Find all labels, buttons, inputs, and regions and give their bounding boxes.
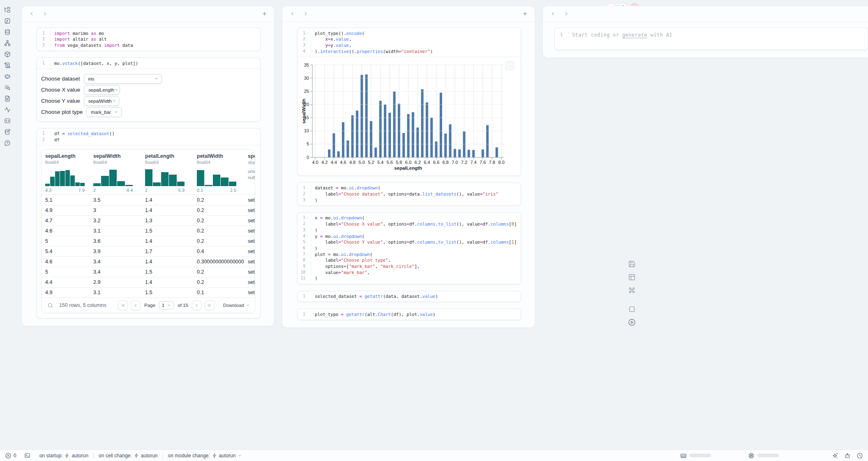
code-text[interactable]: df [50,137,260,143]
table-row[interactable]: 4.931.40.2setosa [42,205,255,215]
column-scroll-left-button[interactable] [27,9,37,19]
column-header-petalWidth[interactable]: petalWidthfloat640.12.5 [193,153,244,193]
code-text[interactable]: import altair as alt [50,36,260,42]
column-histogram[interactable] [45,168,85,186]
column-histogram[interactable] [145,168,185,186]
sidebar-dependency-graph-button[interactable] [4,40,11,46]
run-button[interactable] [627,317,637,327]
download-button[interactable]: Download [223,303,250,308]
dataset-select[interactable]: iris [84,74,162,84]
table-row[interactable]: 53.41.50.2setosa [42,267,255,277]
table-row[interactable]: 4.73.21.30.2setosa [42,215,255,226]
command-palette-button[interactable] [627,285,637,295]
sidebar-file-tree-button[interactable] [4,7,11,13]
code-text[interactable]: ) [311,275,521,281]
sidebar-documentation-button[interactable] [4,95,11,102]
code-editor[interactable]: 1df = selected_dataset()2df [37,129,260,145]
table-row[interactable]: 4.42.91.40.2setosa [42,277,255,287]
code-text[interactable]: plot_type().encode( [311,30,521,37]
error-indicator[interactable]: 0 [5,452,16,459]
table-row[interactable]: 4.63.11.50.2setosa [42,226,255,236]
plot-type-select[interactable]: mark_bar [86,107,122,117]
sidebar-packages-button[interactable] [4,51,11,58]
code-text[interactable]: ).interactive().properties(width="contai… [311,48,521,55]
column-header-species[interactable]: speciesobjectuniquenulls: [244,153,255,193]
code-text[interactable]: selected_dataset = getattr(data, dataset… [311,293,521,300]
frame-button[interactable] [627,304,637,314]
table-row[interactable]: 4.63.41.40.30000000000000004setosa [42,256,255,267]
column-histogram[interactable] [93,168,133,186]
runtime-status-button[interactable] [856,452,863,459]
sidebar-tracing-button[interactable] [4,106,11,113]
cell-empty[interactable]: 1Start coding or generate with AI [554,28,868,50]
code-text[interactable]: x = mo.ui.dropdown( [311,215,521,221]
code-text[interactable]: plot_type = getattr(alt.Chart(df), plot.… [311,311,521,318]
sidebar-ai-chat-button[interactable] [4,73,11,80]
cell-xy-plot-dropdowns[interactable]: 1x = mo.ui.dropdown(2 label="Choose X va… [297,212,521,284]
autorun-on-module-change[interactable]: on module change: autorun [168,453,242,459]
code-editor[interactable]: 1plot_type = getattr(alt.Chart(df), plot… [298,309,521,320]
code-text[interactable]: dataset = mo.ui.dropdown( [311,185,521,191]
code-text[interactable]: label="Choose dataset", options=data.lis… [311,191,521,197]
table-row[interactable]: 5.43.91.70.4setosa [42,246,255,256]
save-button[interactable] [627,259,637,269]
copilot-button[interactable] [844,452,851,459]
column-header-sepalLength[interactable]: sepalLengthfloat644.37.9 [42,153,90,193]
code-editor[interactable]: 1selected_dataset = getattr(data, datase… [298,291,521,302]
autorun-on-cell-change[interactable]: on cell change: autorun [99,453,157,459]
sidebar-logs-button[interactable] [4,62,11,69]
code-text[interactable]: label="Choose plot type", [311,257,521,263]
cpu-gauge[interactable] [748,452,779,459]
altair-bar-chart[interactable]: 4.04.24.44.64.85.05.25.45.65.86.06.26.46… [302,60,515,172]
chart-actions-button[interactable] [505,61,514,70]
code-text[interactable]: x=x.value, [311,36,521,42]
previous-page-button[interactable] [131,300,141,310]
layout-button[interactable] [627,272,637,282]
terminal-button[interactable] [23,452,32,460]
sidebar-datasources-button[interactable] [4,29,11,35]
code-text[interactable]: from vega_datasets import data [50,42,260,48]
add-column-button[interactable] [259,9,269,19]
cell-dataset-dropdown[interactable]: 1dataset = mo.ui.dropdown(2 label="Choos… [297,182,521,206]
table-row[interactable]: 5.13.51.40.2setosa [42,195,255,205]
code-text[interactable]: plot = mo.ui.dropdown( [311,251,521,258]
column-scroll-right-button[interactable] [300,9,310,19]
autorun-on-startup[interactable]: on startup: autorun [39,453,88,459]
column-scroll-left-button[interactable] [548,9,558,19]
code-text[interactable]: import marimo as mo [50,30,260,37]
cell-imports[interactable]: 1import marimo as mo2import altair as al… [37,28,261,51]
code-text[interactable]: ) [311,197,521,203]
cell-vstack-controls[interactable]: 1mo.vstack([dataset, x, y, plot])Choose … [37,58,261,122]
table-row[interactable]: 53.61.40.2setosa [42,236,255,246]
column-scroll-left-button[interactable] [287,9,297,19]
sidebar-functions-button[interactable] [4,18,11,24]
code-editor[interactable]: 1Start coding or generate with AI [555,28,868,50]
add-column-button[interactable] [520,9,530,19]
column-header-petalLength[interactable]: petalLengthfloat6416.9 [141,153,193,193]
page-select[interactable]: 1 [159,301,174,309]
search-icon[interactable] [47,302,53,309]
code-text[interactable]: y = mo.ui.dropdown( [311,233,521,240]
code-text[interactable]: value="mark_bar", [311,270,521,276]
cell-plot-type[interactable]: 1plot_type = getattr(alt.Chart(df), plot… [297,309,521,320]
cell-selected-dataset[interactable]: 1selected_dataset = getattr(data, datase… [297,291,521,302]
code-text[interactable]: ) [311,227,521,233]
code-editor[interactable]: 1mo.vstack([dataset, x, y, plot]) [37,58,260,69]
code-placeholder[interactable]: Start coding or generate with AI [568,32,868,38]
sidebar-snippets-button[interactable] [4,118,11,124]
code-text[interactable]: mo.vstack([dataset, x, y, plot]) [50,60,260,67]
code-editor[interactable]: 1plot_type().encode(2 x=x.value,3 y=y.va… [298,28,521,57]
sidebar-scratchpad-button[interactable] [4,129,11,135]
column-scroll-right-button[interactable] [561,9,571,19]
y-value-select[interactable]: sepalWidth [84,96,119,106]
code-text[interactable]: df = selected_dataset() [50,131,260,137]
table-row[interactable]: 4.93.11.50.1setosa [42,287,255,297]
code-editor[interactable]: 1dataset = mo.ui.dropdown(2 label="Choos… [298,183,521,205]
code-text[interactable]: options=["mark_bar", "mark_circle"], [311,263,521,270]
code-editor[interactable]: 1import marimo as mo2import altair as al… [37,28,260,51]
code-text[interactable]: ) [311,245,521,251]
code-text[interactable]: label="Choose X value", options=df.colum… [311,221,521,227]
code-text[interactable]: y=y.value, [311,42,521,48]
last-page-button[interactable] [205,300,215,310]
x-value-select[interactable]: sepalLength [84,85,120,95]
